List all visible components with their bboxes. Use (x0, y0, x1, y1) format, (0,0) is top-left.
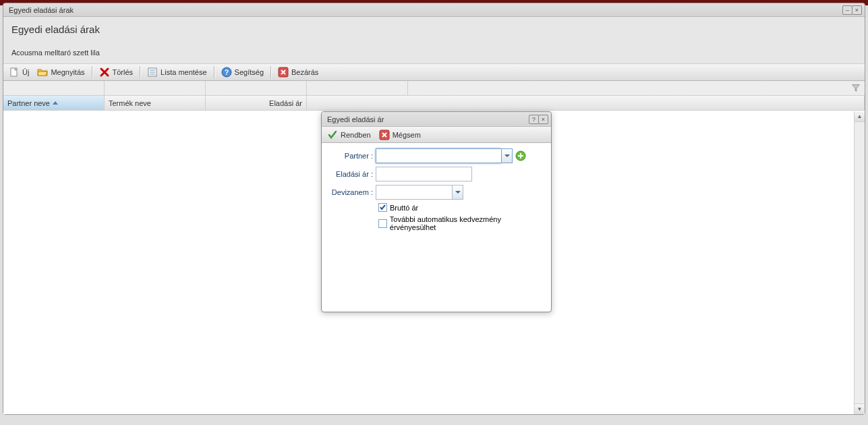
sale-price-label: Eladási ár : (326, 170, 376, 178)
delete-button[interactable]: Törlés (95, 65, 138, 80)
partner-input[interactable] (376, 148, 501, 163)
dialog-title: Egyedi eladási ár (324, 115, 529, 123)
further-discount-checkbox[interactable] (378, 219, 387, 228)
close-button-label: Bezárás (291, 68, 318, 76)
close-window-button[interactable]: × (852, 5, 862, 15)
partner-combo[interactable] (376, 148, 513, 163)
new-button-label: Új (22, 68, 29, 76)
partner-label: Partner : (326, 152, 376, 160)
page-subtitle: Acousma melltaró szett lila (11, 49, 857, 57)
edit-dialog: Egyedi eladási ár ? × Rendben Mégsem Par… (321, 111, 552, 312)
currency-combo-trigger[interactable] (452, 185, 463, 200)
delete-x-icon (99, 67, 110, 78)
partner-combo-trigger[interactable] (501, 148, 513, 163)
help-button[interactable]: ? Segítség (217, 65, 268, 80)
dialog-help-button[interactable]: ? (529, 115, 539, 124)
close-button[interactable]: Bezárás (274, 65, 322, 80)
save-list-button-label: Lista mentése (161, 68, 206, 76)
grid-filter-row (3, 81, 865, 96)
save-list-button[interactable]: Lista mentése (143, 65, 210, 80)
dialog-titlebar: Egyedi eladási ár ? × (322, 112, 551, 127)
window-titlebar: Egyedi eladási árak – × (3, 3, 865, 17)
filter-funnel-icon[interactable] (851, 83, 861, 94)
column-sale-price[interactable]: Eladási ár (206, 96, 307, 110)
sort-asc-icon (53, 101, 58, 105)
filter-cell-price[interactable] (206, 81, 307, 95)
ok-button[interactable]: Rendben (323, 128, 375, 142)
ok-button-label: Rendben (341, 131, 371, 139)
add-partner-button[interactable] (515, 150, 526, 162)
column-product-name-label: Termék neve (109, 99, 151, 107)
minimize-button[interactable]: – (842, 5, 852, 15)
folder-open-icon (37, 67, 48, 78)
cancel-button[interactable]: Mégsem (375, 128, 425, 142)
scroll-up-button[interactable]: ▲ (855, 111, 865, 122)
column-partner-name-label: Partner neve (7, 99, 50, 107)
help-button-label: Segítség (235, 68, 264, 76)
column-sale-price-label: Eladási ár (269, 99, 302, 107)
filter-cell-product[interactable] (105, 81, 206, 95)
column-product-name[interactable]: Termék neve (105, 96, 206, 110)
dialog-close-button[interactable]: × (538, 115, 548, 124)
list-save-icon (147, 67, 158, 78)
dialog-toolbar: Rendben Mégsem (322, 127, 551, 143)
gross-price-label: Bruttó ár (390, 204, 418, 212)
cancel-x-icon (379, 130, 390, 140)
close-x-icon (278, 67, 289, 78)
window-title: Egyedi eladási árak (6, 6, 843, 14)
new-file-icon (9, 67, 20, 78)
help-icon: ? (221, 67, 232, 78)
content-header: Egyedi eladási árak Acousma melltaró sze… (3, 17, 865, 63)
check-icon (327, 130, 338, 140)
delete-button-label: Törlés (113, 68, 134, 76)
svg-text:?: ? (225, 69, 229, 76)
sale-price-input[interactable] (376, 167, 472, 181)
currency-label: Devizanem : (326, 188, 376, 196)
scroll-down-button[interactable]: ▼ (855, 403, 865, 414)
grid-header: Partner neve Termék neve Eladási ár (3, 96, 865, 111)
column-partner-name[interactable]: Partner neve (3, 96, 105, 110)
currency-combo[interactable] (376, 185, 463, 200)
page-title: Egyedi eladási árak (11, 24, 857, 35)
gross-price-checkbox[interactable] (378, 203, 387, 212)
filter-cell-partner[interactable] (3, 81, 105, 95)
main-toolbar: Új Megnyitás Törlés Lista mentése ? (3, 63, 865, 81)
vertical-scrollbar[interactable]: ▲ ▼ (854, 111, 865, 414)
filter-cell-extra[interactable] (307, 81, 408, 95)
further-discount-label: További automatikus kedvezmény érvényesü… (390, 215, 547, 231)
column-spacer (307, 96, 865, 110)
dialog-body: Partner : Eladási ár : Devizanem : (322, 143, 551, 312)
cancel-button-label: Mégsem (393, 131, 421, 139)
currency-input[interactable] (376, 185, 452, 200)
new-button[interactable]: Új (5, 65, 33, 80)
open-button[interactable]: Megnyitás (33, 65, 88, 80)
open-button-label: Megnyitás (51, 68, 84, 76)
